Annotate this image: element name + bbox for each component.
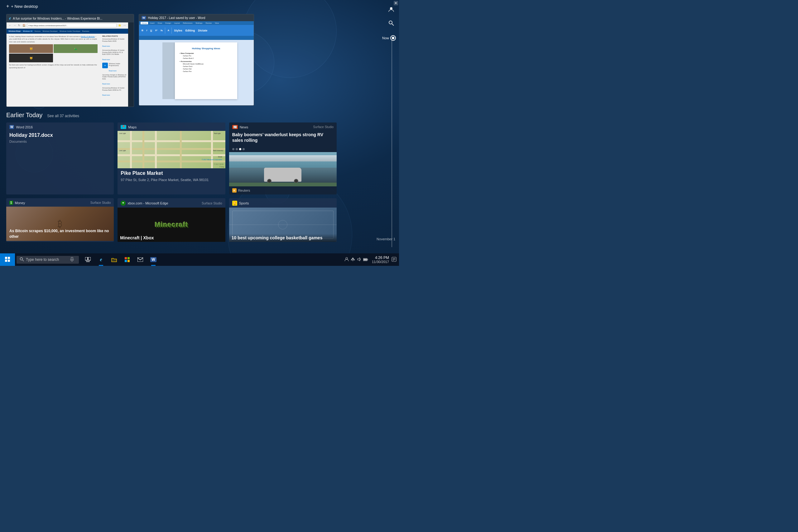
- news-card-source: R Reuters: [229, 186, 337, 194]
- taskbar-store-icon[interactable]: [121, 253, 133, 266]
- maps-app-icon: 📍: [121, 125, 126, 129]
- edge-window-title: A fun surprise for Windows Insiders... -…: [13, 17, 102, 20]
- svg-point-1: [389, 21, 392, 24]
- svg-point-20: [346, 258, 347, 259]
- svg-rect-7: [8, 260, 10, 262]
- word-window-thumb[interactable]: W Holiday 2017 - Last saved by user - Wo…: [139, 14, 254, 106]
- news-dot-4: [243, 148, 245, 150]
- sports-app-name: Sports: [239, 201, 249, 205]
- money-card-image: ₿ As Bitcoin scrapes $10,000, an investm…: [6, 207, 114, 241]
- taskbar-pinned-icons: e W: [80, 253, 161, 266]
- plus-icon: +: [6, 3, 9, 9]
- network-icon[interactable]: [351, 257, 355, 262]
- taskbar-word-icon[interactable]: W: [147, 253, 159, 266]
- xbox-app-info: xbox.com - Microsoft Edge: [121, 201, 168, 206]
- xbox-card-device: Surface Studio: [202, 202, 222, 205]
- battery-icon[interactable]: [363, 258, 368, 262]
- svg-rect-19: [137, 258, 143, 262]
- sports-card-title: 10 best upcoming college basketball game…: [232, 235, 323, 240]
- user-icon[interactable]: [388, 6, 394, 14]
- word-window-header: W Holiday 2017 - Last saved by user - Wo…: [139, 14, 254, 21]
- news-app-icon: 📰: [232, 125, 238, 129]
- maps-app-name: Maps: [128, 125, 136, 129]
- news-app-name: News: [240, 125, 248, 129]
- maps-card-title: Pike Place Market: [121, 170, 222, 176]
- people-icon[interactable]: [344, 257, 349, 262]
- timeline-now-label: Now: [382, 36, 389, 40]
- sports-app-icon: 🏆: [232, 201, 237, 206]
- timeline-dot: [391, 36, 395, 40]
- sports-activity-card[interactable]: 🏆 Sports 10 best upcoming college basket…: [229, 198, 337, 242]
- volume-icon[interactable]: [357, 257, 361, 262]
- svg-point-21: [352, 260, 353, 261]
- svg-rect-16: [128, 257, 130, 259]
- action-center-icon[interactable]: [392, 257, 397, 263]
- taskbar-search[interactable]: Type here to search: [17, 256, 79, 264]
- xbox-activity-card[interactable]: xbox.com - Microsoft Edge Surface Studio…: [117, 198, 225, 242]
- maps-card-body: Pike Place Market 97 Pike St, Suite 2, P…: [117, 168, 225, 187]
- new-desktop-button[interactable]: + + New desktop: [6, 3, 38, 9]
- svg-rect-12: [85, 257, 88, 260]
- edge-window-content: ← → ↻ 🏠 A https://blogs.windows.com/wind…: [6, 22, 128, 107]
- taskbar-date-display: 11/30/2017: [372, 260, 389, 264]
- system-icons: [344, 257, 369, 262]
- svg-rect-5: [8, 257, 10, 259]
- word-card-subtitle: Documents: [10, 140, 111, 144]
- word-app-name: Word 2016: [16, 125, 33, 129]
- maps-card-address: 97 Pike St, Suite 2, Pike Place Market, …: [121, 178, 222, 182]
- taskbar-clock[interactable]: 4:26 PM 11/30/2017: [372, 255, 389, 264]
- svg-rect-24: [367, 259, 368, 260]
- taskbar-file-explorer-icon[interactable]: [108, 253, 120, 266]
- svg-rect-10: [71, 257, 73, 260]
- earlier-today-title: Earlier Today: [6, 112, 42, 119]
- timeline: [392, 37, 392, 247]
- taskbar-mail-icon[interactable]: [134, 253, 147, 266]
- search-icon[interactable]: [388, 20, 394, 27]
- taskbar-search-text: Type here to search: [26, 258, 59, 262]
- news-card-device: Surface Studio: [313, 125, 334, 129]
- windows-logo: [5, 257, 10, 263]
- word-card-body: Holiday 2017.docx Documents: [6, 131, 114, 148]
- windows-area: e A fun surprise for Windows Insiders...…: [0, 13, 399, 110]
- svg-rect-6: [5, 260, 7, 262]
- svg-rect-18: [128, 260, 130, 262]
- start-button[interactable]: [0, 253, 15, 266]
- money-card-title: As Bitcoin scrapes $10,000, an investmen…: [10, 229, 109, 239]
- edge-window-thumb[interactable]: e A fun surprise for Windows Insiders...…: [6, 14, 134, 107]
- timeline-now: Now: [382, 36, 395, 40]
- see-all-link[interactable]: See all 37 activities: [47, 114, 79, 118]
- word-card-header: W Word 2016: [6, 122, 114, 131]
- maps-app-info: 📍 Maps: [121, 125, 136, 129]
- news-card-body: Baby boomers' wanderlust keeps strong RV…: [229, 131, 337, 146]
- taskbar-edge-icon[interactable]: e: [95, 253, 107, 266]
- minecraft-logo: Minecraft: [155, 221, 188, 229]
- news-dot-1: [232, 148, 234, 150]
- cards-grid-row2: $ Money Surface Studio ₿ As Bitcoin scra…: [6, 198, 337, 242]
- word-app-info: W Word 2016: [10, 125, 33, 129]
- svg-rect-14: [86, 261, 90, 262]
- word-icon: W: [141, 16, 146, 20]
- sports-app-info: 🏆 Sports: [232, 201, 249, 206]
- word-activity-card[interactable]: W Word 2016 Holiday 2017.docx Documents: [6, 122, 114, 194]
- xbox-card-title: Minecraft | Xbox: [120, 235, 154, 240]
- news-dot-3: [239, 148, 241, 150]
- word-card-title: Holiday 2017.docx: [10, 132, 111, 138]
- news-card-header: 📰 News Surface Studio: [229, 122, 337, 131]
- money-card-device: Surface Studio: [90, 201, 111, 205]
- money-app-info: $ Money: [10, 201, 25, 205]
- news-activity-card[interactable]: 📰 News Surface Studio Baby boomers' wand…: [229, 122, 337, 194]
- money-card-header: $ Money Surface Studio: [6, 198, 114, 207]
- svg-rect-17: [125, 260, 127, 262]
- maps-card-header: 📍 Maps: [117, 122, 225, 131]
- taskbar-mic-icon[interactable]: [70, 257, 74, 262]
- svg-line-9: [22, 260, 24, 261]
- news-card-image: [229, 152, 337, 186]
- taskbar-task-view[interactable]: [82, 253, 94, 266]
- taskbar-system-tray: 4:26 PM 11/30/2017: [344, 255, 399, 264]
- maps-activity-card[interactable]: 📍 Maps Link Light Rail-Light: [117, 122, 225, 194]
- xbox-card-image: Minecraft Minecraft | Xbox: [117, 208, 225, 242]
- money-app-icon: $: [10, 201, 13, 205]
- earlier-today-section: Earlier Today See all 37 activities W Wo…: [0, 112, 399, 242]
- money-activity-card[interactable]: $ Money Surface Studio ₿ As Bitcoin scra…: [6, 198, 114, 242]
- word-app-icon: W: [10, 125, 14, 129]
